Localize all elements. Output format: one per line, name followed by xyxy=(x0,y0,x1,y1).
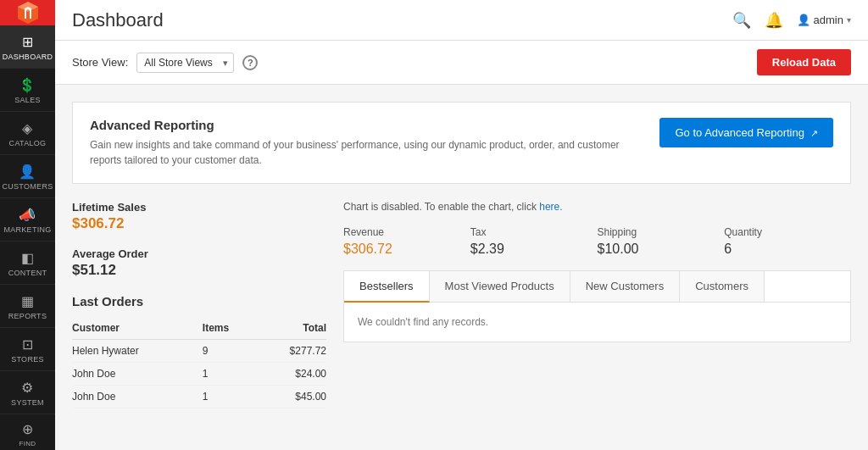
last-orders-title: Last Orders xyxy=(72,294,326,308)
tabs-empty-message: We couldn't find any records. xyxy=(358,316,488,328)
go-to-advanced-reporting-button[interactable]: Go to Advanced Reporting ↗ xyxy=(659,118,833,147)
metric-value: $306.72 xyxy=(343,242,453,257)
tab-bestsellers[interactable]: Bestsellers xyxy=(344,271,430,303)
tab-most-viewed[interactable]: Most Viewed Products xyxy=(430,271,570,302)
sidebar-item-content-label: Content xyxy=(8,269,47,277)
table-row: John Doe 1 $45.00 xyxy=(72,386,326,408)
sidebar-item-content[interactable]: ◧ Content xyxy=(0,242,55,285)
content-area: Store View: All Store Views ? Reload Dat… xyxy=(55,41,868,450)
notifications-icon[interactable]: 🔔 xyxy=(765,11,783,30)
store-view-select[interactable]: All Store Views xyxy=(136,53,234,73)
metric-label: Tax xyxy=(470,226,581,238)
order-total: $277.72 xyxy=(254,340,326,363)
search-icon[interactable]: 🔍 xyxy=(732,11,751,30)
sidebar-item-system-label: System xyxy=(11,398,44,407)
stores-icon: ⊡ xyxy=(22,336,33,353)
customers-icon: 👤 xyxy=(19,164,36,180)
tabs-content: We couldn't find any records. xyxy=(344,303,850,342)
sidebar-item-dashboard[interactable]: ⊞ Dashboard xyxy=(0,25,55,69)
sidebar-item-stores[interactable]: ⊡ Stores xyxy=(0,328,55,371)
store-select-wrap: All Store Views xyxy=(136,53,234,73)
metric-item: Revenue $306.72 xyxy=(343,226,470,257)
system-icon: ⚙ xyxy=(21,380,33,396)
table-row: John Doe 1 $24.00 xyxy=(72,363,326,386)
topbar: Dashboard 🔍 🔔 👤 admin ▾ xyxy=(55,0,868,41)
user-avatar-icon: 👤 xyxy=(797,14,810,26)
find-partners-icon: ⊕ xyxy=(22,421,33,437)
sidebar-item-customers-label: Customers xyxy=(2,182,53,191)
left-column: Lifetime Sales $306.72 Average Order $51… xyxy=(72,201,326,425)
go-to-advanced-reporting-label: Go to Advanced Reporting xyxy=(675,126,804,139)
sidebar-item-reports-label: Reports xyxy=(8,312,47,320)
tabs-section: BestsellersMost Viewed ProductsNew Custo… xyxy=(343,270,851,342)
catalog-icon: ◈ xyxy=(22,120,32,136)
sidebar-item-find-partners-label: Find Partners & Extensions xyxy=(3,440,52,450)
sidebar-item-sales[interactable]: 💲 Sales xyxy=(0,69,55,112)
metric-item: Tax $2.39 xyxy=(470,226,598,257)
sidebar-item-stores-label: Stores xyxy=(11,355,44,364)
lifetime-sales-value: $306.72 xyxy=(72,215,326,232)
sidebar-item-system[interactable]: ⚙ System xyxy=(0,371,55,414)
metric-label: Quantity xyxy=(724,226,834,238)
inner-content: Advanced Reporting Gain new insights and… xyxy=(55,85,868,425)
sidebar-item-dashboard-label: Dashboard xyxy=(3,53,53,61)
sidebar-item-reports[interactable]: ▦ Reports xyxy=(0,285,55,328)
order-customer: John Doe xyxy=(72,363,203,386)
col-items: Items xyxy=(203,317,254,340)
order-total: $45.00 xyxy=(254,386,326,408)
tab-customers[interactable]: Customers xyxy=(680,271,765,302)
metric-item: Shipping $10.00 xyxy=(598,226,725,257)
page-title: Dashboard xyxy=(72,9,164,31)
help-char: ? xyxy=(248,58,253,68)
advanced-reporting-section: Advanced Reporting Gain new insights and… xyxy=(72,102,851,184)
table-row: Helen Hywater 9 $277.72 xyxy=(72,340,326,363)
user-menu-arrow: ▾ xyxy=(847,15,851,25)
store-view-label: Store View: xyxy=(72,56,128,69)
external-link-icon: ↗ xyxy=(808,128,818,138)
help-icon[interactable]: ? xyxy=(242,55,258,70)
topbar-actions: 🔍 🔔 👤 admin ▾ xyxy=(732,11,851,30)
order-customer: John Doe xyxy=(72,386,203,408)
user-label: admin xyxy=(814,14,843,26)
sidebar-item-catalog[interactable]: ◈ Catalog xyxy=(0,112,55,155)
store-bar: Store View: All Store Views ? Reload Dat… xyxy=(55,41,868,85)
sidebar-item-customers[interactable]: 👤 Customers xyxy=(0,155,55,198)
sidebar-item-marketing[interactable]: 📣 Marketing xyxy=(0,198,55,242)
sidebar-item-marketing-label: Marketing xyxy=(3,225,51,234)
advanced-reporting-title: Advanced Reporting xyxy=(90,118,641,132)
marketing-icon: 📣 xyxy=(19,207,36,223)
reload-data-button[interactable]: Reload Data xyxy=(757,49,851,75)
metric-value: 6 xyxy=(724,242,834,257)
orders-table: Customer Items Total Helen Hywater 9 $27… xyxy=(72,317,326,408)
average-order-label: Average Order xyxy=(72,247,326,260)
chart-disabled-notice: Chart is disabled. To enable the chart, … xyxy=(343,201,851,213)
advanced-reporting-description: Gain new insights and take command of yo… xyxy=(90,137,641,168)
metric-item: Quantity 6 xyxy=(724,226,851,257)
reports-icon: ▦ xyxy=(21,293,34,309)
lifetime-sales-block: Lifetime Sales $306.72 xyxy=(72,201,326,232)
order-items: 1 xyxy=(203,386,254,408)
dashboard-icon: ⊞ xyxy=(22,34,33,50)
store-bar-left: Store View: All Store Views ? xyxy=(72,53,258,73)
user-menu[interactable]: 👤 admin ▾ xyxy=(797,14,851,26)
col-total: Total xyxy=(254,317,326,340)
order-items: 1 xyxy=(203,363,254,386)
metric-label: Shipping xyxy=(598,226,708,238)
content-icon: ◧ xyxy=(21,250,34,266)
chart-enable-link[interactable]: here. xyxy=(539,201,562,213)
metric-value: $10.00 xyxy=(598,242,708,257)
tabs-header: BestsellersMost Viewed ProductsNew Custo… xyxy=(344,271,850,303)
sidebar-logo[interactable] xyxy=(0,0,55,25)
average-order-value: $51.12 xyxy=(72,262,326,279)
average-order-block: Average Order $51.12 xyxy=(72,247,326,279)
sidebar-item-find-partners[interactable]: ⊕ Find Partners & Extensions xyxy=(0,414,55,450)
metrics-row: Revenue $306.72 Tax $2.39 Shipping $10.0… xyxy=(343,226,851,257)
advanced-reporting-text: Advanced Reporting Gain new insights and… xyxy=(90,118,641,168)
stats-tabs-layout: Lifetime Sales $306.72 Average Order $51… xyxy=(72,201,851,425)
sidebar: ⊞ Dashboard 💲 Sales ◈ Catalog 👤 Customer… xyxy=(0,0,55,450)
tab-new-customers[interactable]: New Customers xyxy=(570,271,680,302)
metric-label: Revenue xyxy=(343,226,453,238)
lifetime-sales-label: Lifetime Sales xyxy=(72,201,326,214)
right-column: Chart is disabled. To enable the chart, … xyxy=(343,201,851,425)
col-customer: Customer xyxy=(72,317,203,340)
